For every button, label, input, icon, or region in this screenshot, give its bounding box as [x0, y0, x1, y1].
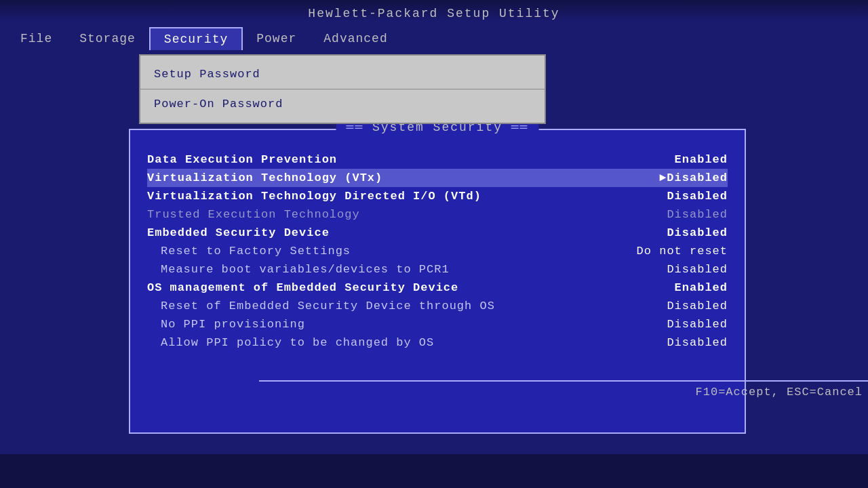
setting-value-app: Disabled — [606, 336, 728, 349]
setting-label-vtx: Virtualization Technology (VTx) — [147, 171, 382, 184]
setting-value-vtd: Disabled — [606, 190, 728, 203]
setting-label-rfs: Reset to Factory Settings — [147, 245, 351, 258]
menu-item-file[interactable]: File — [7, 28, 66, 49]
setting-label-osm: OS management of Embedded Security Devic… — [147, 281, 458, 294]
setting-value-dep: Enabled — [606, 153, 728, 166]
setting-row-osm[interactable]: OS management of Embedded Security Devic… — [147, 279, 728, 297]
app-title: Hewlett-Packard Setup Utility — [0, 7, 868, 20]
setting-row-npp[interactable]: No PPI provisioningDisabled — [147, 315, 728, 333]
footer-hint: F10=Accept, ESC=Cancel — [696, 386, 863, 399]
setting-value-rfs: Do not reset — [606, 245, 728, 258]
setting-label-app: Allow PPI policy to be changed by OS — [147, 336, 434, 349]
dropdown-item-poweron-password[interactable]: Power-On Password — [140, 92, 545, 116]
setting-row-dep[interactable]: Data Execution PreventionEnabled — [147, 150, 728, 169]
setting-label-tet: Trusted Execution Technology — [147, 208, 360, 221]
setting-row-vtd[interactable]: Virtualization Technology Directed I/O (… — [147, 187, 728, 205]
menu-item-power[interactable]: Power — [243, 28, 310, 49]
setting-row-res[interactable]: Reset of Embedded Security Device throug… — [147, 297, 728, 315]
setting-label-mbv: Measure boot variables/devices to PCR1 — [147, 263, 450, 276]
status-area — [0, 454, 868, 488]
menu-item-storage[interactable]: Storage — [66, 28, 149, 49]
setting-label-dep: Data Execution Prevention — [147, 153, 337, 166]
setting-label-esd: Embedded Security Device — [147, 226, 330, 239]
setting-value-res: Disabled — [606, 300, 728, 312]
setting-value-osm: Enabled — [606, 281, 728, 294]
settings-list: Data Execution PreventionEnabledVirtuali… — [130, 137, 745, 365]
setting-row-esd[interactable]: Embedded Security DeviceDisabled — [147, 224, 728, 242]
setting-row-vtx[interactable]: Virtualization Technology (VTx)►Disabled — [147, 169, 728, 187]
setting-label-npp: No PPI provisioning — [147, 318, 305, 331]
setting-value-npp: Disabled — [606, 318, 728, 331]
dropdown-item-setup-password[interactable]: Setup Password — [140, 62, 545, 86]
security-dropdown: Setup PasswordPower-On Password — [139, 54, 546, 124]
setting-value-vtx: ►Disabled — [606, 171, 728, 184]
setting-value-mbv: Disabled — [606, 263, 728, 276]
menu-item-security[interactable]: Security — [149, 27, 243, 50]
setting-label-res: Reset of Embedded Security Device throug… — [147, 300, 495, 312]
setting-value-tet: Disabled — [606, 208, 728, 221]
setting-value-esd: Disabled — [606, 226, 728, 239]
setting-row-mbv[interactable]: Measure boot variables/devices to PCR1Di… — [147, 260, 728, 279]
system-security-panel: System Security Data Execution Preventio… — [129, 129, 746, 434]
setting-row-tet[interactable]: Trusted Execution TechnologyDisabled — [147, 205, 728, 224]
menu-bar: FileStorageSecurityPowerAdvanced — [0, 27, 868, 50]
menu-item-advanced[interactable]: Advanced — [310, 28, 401, 49]
setting-label-vtd: Virtualization Technology Directed I/O (… — [147, 190, 481, 203]
setting-row-rfs[interactable]: Reset to Factory SettingsDo not reset — [147, 242, 728, 260]
bottom-bar: F10=Accept, ESC=Cancel — [259, 380, 868, 399]
setting-row-app[interactable]: Allow PPI policy to be changed by OSDisa… — [147, 333, 728, 352]
